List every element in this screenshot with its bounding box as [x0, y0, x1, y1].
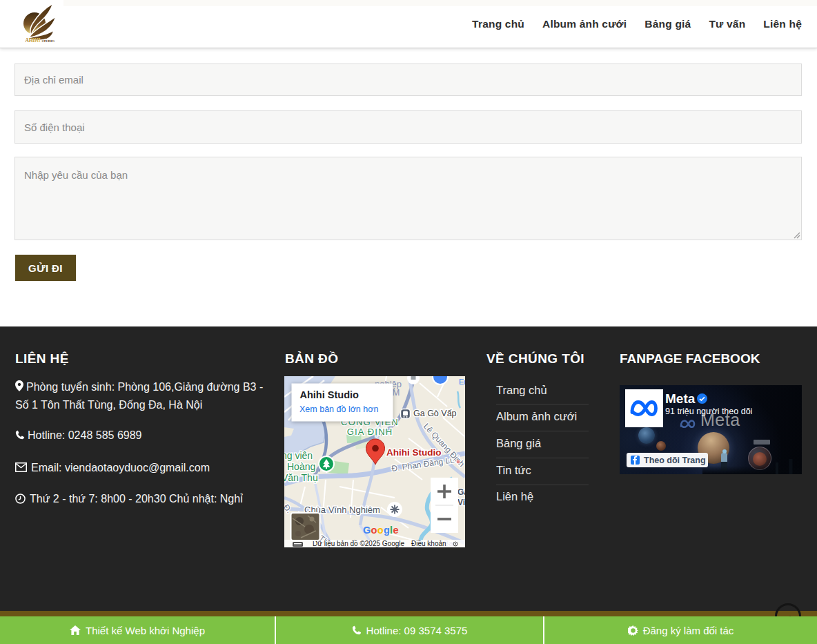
svg-text:GIA ĐỊNH: GIA ĐỊNH [347, 427, 393, 437]
svg-text:Vi: Vi [457, 498, 465, 507]
svg-text:Ga Gò Vấp: Ga Gò Vấp [413, 409, 457, 418]
svg-text:Dữ liệu bản đồ ©2025 Google: Dữ liệu bản đồ ©2025 Google [313, 540, 404, 547]
svg-text:Xem bản đồ lớn hơn: Xem bản đồ lớn hơn [299, 404, 378, 414]
svg-text:Em: Em [459, 378, 465, 386]
svg-text:Văn Thụ: Văn Thụ [284, 472, 318, 483]
svg-text:Hoàng: Hoàng [287, 461, 315, 472]
svg-text:STUDIO: STUDIO [42, 39, 55, 43]
svg-text:ng viên: ng viên [284, 450, 313, 461]
svg-text:AHIHI: AHIHI [26, 37, 41, 43]
svg-text:Điều khoản: Điều khoản [411, 540, 446, 547]
svg-text:Ga: Ga [457, 487, 465, 497]
svg-text:Ahihi Studio: Ahihi Studio [300, 389, 360, 400]
svg-text:Google: Google [363, 525, 399, 536]
svg-text:Ahihi Studio: Ahihi Studio [386, 447, 441, 458]
